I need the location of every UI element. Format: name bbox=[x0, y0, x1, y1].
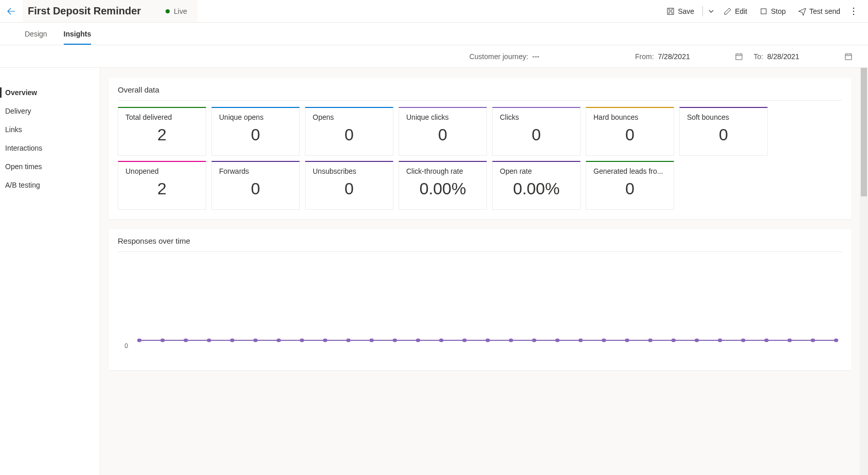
scrollbar-thumb[interactable] bbox=[861, 68, 867, 196]
svg-point-37 bbox=[834, 339, 838, 342]
metric-card[interactable]: Unique clicks0 bbox=[399, 107, 487, 156]
metric-card[interactable]: Forwards0 bbox=[211, 161, 300, 210]
tab-insights[interactable]: Insights bbox=[58, 23, 98, 45]
metric-card[interactable]: Unopened2 bbox=[118, 161, 206, 210]
responses-chart: 0 bbox=[118, 258, 842, 361]
from-value[interactable]: 7/28/2021 bbox=[658, 52, 725, 61]
svg-point-35 bbox=[787, 339, 791, 342]
to-filter: To: 8/28/2021 bbox=[753, 52, 834, 61]
metric-card[interactable]: Generated leads fro...0 bbox=[586, 161, 674, 210]
svg-point-23 bbox=[509, 339, 513, 342]
page-title: First Deposit Reminder bbox=[28, 5, 141, 17]
svg-point-14 bbox=[300, 339, 304, 342]
metric-card[interactable]: Clicks0 bbox=[492, 107, 581, 156]
main: Overview Delivery Links Interactions Ope… bbox=[0, 68, 868, 475]
metric-value: 0 bbox=[687, 125, 760, 144]
svg-point-24 bbox=[532, 339, 536, 342]
metric-value: 0 bbox=[593, 179, 666, 198]
sidebar-item-label: A/B testing bbox=[5, 181, 40, 189]
chevron-down-icon bbox=[708, 8, 714, 14]
stop-icon bbox=[760, 7, 768, 15]
status-dot-icon bbox=[166, 9, 170, 13]
metric-card[interactable]: Unsubscribes0 bbox=[305, 161, 393, 210]
metric-card[interactable]: Unique opens0 bbox=[211, 107, 300, 156]
svg-point-7 bbox=[137, 339, 141, 342]
status-label: Live bbox=[174, 7, 187, 15]
svg-rect-5 bbox=[736, 54, 742, 60]
svg-rect-6 bbox=[845, 54, 852, 60]
save-button[interactable]: Save bbox=[661, 4, 699, 19]
svg-rect-1 bbox=[761, 9, 766, 14]
to-value[interactable]: 8/28/2021 bbox=[767, 52, 834, 61]
svg-point-12 bbox=[254, 339, 258, 342]
metric-value: 0 bbox=[219, 179, 292, 198]
stop-button[interactable]: Stop bbox=[754, 4, 791, 19]
tab-insights-label: Insights bbox=[64, 30, 92, 38]
from-filter: From: 7/28/2021 bbox=[635, 52, 725, 61]
svg-point-3 bbox=[853, 10, 854, 11]
stop-label: Stop bbox=[771, 7, 786, 15]
more-button[interactable] bbox=[847, 4, 860, 19]
svg-point-17 bbox=[369, 339, 373, 342]
metric-card[interactable]: Hard bounces0 bbox=[586, 107, 674, 156]
sidebar-item-ab-testing[interactable]: A/B testing bbox=[0, 176, 100, 194]
journey-value[interactable]: --- bbox=[532, 52, 625, 61]
svg-point-8 bbox=[160, 339, 165, 342]
svg-point-9 bbox=[184, 339, 188, 342]
back-button[interactable] bbox=[0, 7, 23, 15]
calendar-icon bbox=[844, 52, 853, 61]
to-date-picker[interactable] bbox=[844, 52, 853, 61]
save-chevron-button[interactable] bbox=[706, 5, 716, 17]
metric-label: Click-through rate bbox=[406, 167, 479, 175]
status-indicator: Live bbox=[166, 7, 187, 15]
sidebar-item-overview[interactable]: Overview bbox=[0, 83, 100, 102]
sidebar-item-interactions[interactable]: Interactions bbox=[0, 139, 100, 157]
svg-point-33 bbox=[741, 339, 745, 342]
calendar-icon bbox=[735, 52, 743, 61]
metric-card[interactable]: Click-through rate0.00% bbox=[399, 161, 487, 210]
more-vertical-icon bbox=[853, 7, 855, 15]
metric-value: 0.00% bbox=[406, 179, 479, 198]
metric-card[interactable]: Open rate0.00% bbox=[492, 161, 581, 210]
cards-container: Total delivered2Unique opens0Opens0Uniqu… bbox=[118, 107, 842, 210]
tabs-row: Design Insights bbox=[0, 23, 868, 45]
metric-label: Total delivered bbox=[125, 113, 198, 121]
metric-label: Unsubscribes bbox=[313, 167, 386, 175]
metric-label: Soft bounces bbox=[687, 113, 760, 121]
sidebar-item-open-times[interactable]: Open times bbox=[0, 157, 100, 176]
sidebar-item-label: Delivery bbox=[5, 107, 31, 115]
metric-value: 0 bbox=[406, 125, 479, 144]
sidebar-item-delivery[interactable]: Delivery bbox=[0, 102, 100, 120]
pencil-icon bbox=[724, 7, 732, 15]
test-send-label: Test send bbox=[809, 7, 840, 15]
y-axis-label: 0 bbox=[118, 270, 133, 350]
tab-design[interactable]: Design bbox=[19, 23, 53, 45]
sidebar-item-label: Overview bbox=[5, 88, 37, 97]
svg-point-4 bbox=[853, 13, 854, 14]
metric-label: Clicks bbox=[500, 113, 573, 121]
metric-label: Forwards bbox=[219, 167, 292, 175]
svg-point-21 bbox=[462, 339, 466, 342]
from-date-picker[interactable] bbox=[735, 52, 743, 61]
svg-rect-0 bbox=[667, 8, 674, 14]
metric-label: Hard bounces bbox=[593, 113, 666, 121]
line-chart-svg bbox=[133, 268, 842, 351]
svg-point-30 bbox=[672, 339, 676, 342]
metric-label: Open rate bbox=[500, 167, 573, 175]
sidebar-item-links[interactable]: Links bbox=[0, 120, 100, 139]
edit-label: Edit bbox=[735, 7, 747, 15]
filter-row: Customer journey: --- From: 7/28/2021 To… bbox=[0, 45, 868, 68]
test-send-button[interactable]: Test send bbox=[793, 4, 845, 19]
svg-point-31 bbox=[695, 339, 699, 342]
edit-button[interactable]: Edit bbox=[718, 4, 752, 19]
metric-value: 0 bbox=[313, 125, 386, 144]
svg-point-15 bbox=[323, 339, 327, 342]
svg-point-10 bbox=[207, 339, 211, 342]
scrollbar[interactable] bbox=[860, 68, 868, 475]
metric-card[interactable]: Soft bounces0 bbox=[679, 107, 768, 156]
svg-point-26 bbox=[578, 339, 583, 342]
metric-value: 2 bbox=[125, 179, 198, 198]
metric-card[interactable]: Total delivered2 bbox=[118, 107, 206, 156]
header: First Deposit Reminder Live Save Edit St… bbox=[0, 0, 868, 23]
metric-card[interactable]: Opens0 bbox=[305, 107, 393, 156]
